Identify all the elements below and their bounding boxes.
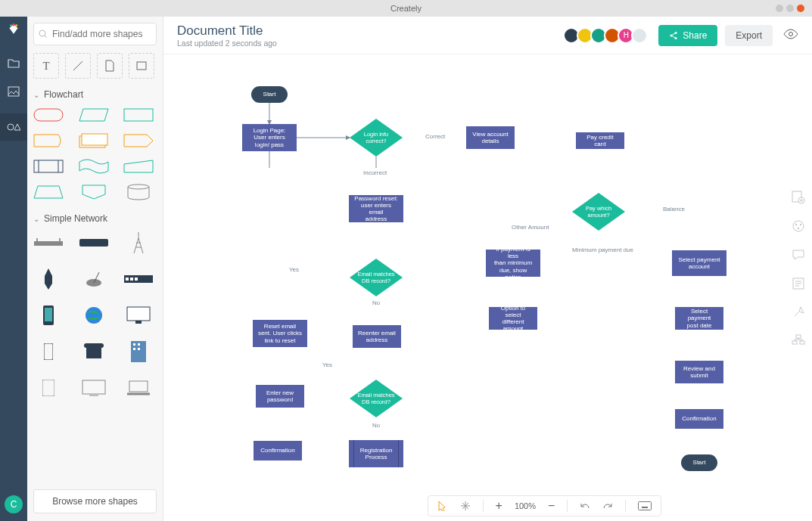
image-icon[interactable] <box>7 85 20 98</box>
node-login[interactable]: Login Page: User enters login/ pass <box>242 124 297 151</box>
folder-icon[interactable] <box>7 56 20 70</box>
preview-icon[interactable] <box>783 29 798 42</box>
svg-rect-32 <box>44 343 53 360</box>
comments-panel-icon[interactable] <box>792 248 805 262</box>
svg-rect-17 <box>34 241 63 246</box>
share-button[interactable]: Share <box>658 25 717 46</box>
flowchart-section-title[interactable]: ⌄ Flowchart <box>33 89 157 100</box>
user-avatar[interactable]: C <box>5 495 23 513</box>
svg-rect-12 <box>82 134 107 145</box>
shape-trapezoid[interactable] <box>33 185 64 200</box>
redo-icon[interactable] <box>602 501 613 511</box>
simplenet-section-title[interactable]: ⌄ Simple Network <box>33 213 157 224</box>
node-end[interactable]: Start <box>681 454 717 471</box>
shape-rect[interactable] <box>123 107 154 122</box>
node-confirmation2[interactable]: Confirmation <box>675 409 723 429</box>
shape-phone[interactable] <box>33 304 64 327</box>
right-rail <box>785 54 812 521</box>
undo-icon[interactable] <box>580 501 590 511</box>
svg-point-4 <box>8 124 14 130</box>
node-review[interactable]: Review and submit <box>675 361 723 383</box>
shape-laptop[interactable] <box>123 377 154 399</box>
node-start[interactable]: Start <box>251 86 288 103</box>
shape-manual[interactable] <box>123 159 154 174</box>
node-select-acct[interactable]: Select payment account <box>672 250 726 276</box>
search-shapes-input[interactable] <box>33 23 157 45</box>
node-pay-card[interactable]: Pay credit card <box>576 132 624 149</box>
theme-panel-icon[interactable] <box>792 219 805 233</box>
page-tool[interactable] <box>97 53 123 79</box>
svg-rect-48 <box>639 502 652 510</box>
node-registration[interactable]: Registration Process <box>349 440 403 467</box>
line-tool[interactable] <box>65 53 91 79</box>
node-minimum-notice[interactable]: If payment is less than minimum due, sho… <box>486 250 540 277</box>
shape-offpage[interactable] <box>79 185 109 200</box>
shape-library-panel: T ⌄ Flowchart ⌄ Simple Network <box>27 17 163 521</box>
app-title: Creately <box>390 4 422 13</box>
shape-cylinder[interactable] <box>123 185 154 200</box>
node-login-correct[interactable]: Login info correct? <box>350 119 403 157</box>
svg-rect-3 <box>8 87 19 96</box>
zoom-level[interactable]: 100% <box>515 501 536 510</box>
browse-more-shapes-button[interactable]: Browse more shapes <box>33 489 157 513</box>
zoom-out-icon[interactable]: − <box>548 499 555 513</box>
shape-monitor[interactable] <box>123 304 154 327</box>
avatar[interactable] <box>631 27 648 44</box>
node-select-date[interactable]: Select payment post date <box>675 307 723 330</box>
shape-satellite[interactable] <box>79 268 109 290</box>
window-controls[interactable] <box>776 5 804 12</box>
pan-tool-icon[interactable] <box>460 501 471 511</box>
diagram-canvas[interactable]: Start Login Page: User enters login/ pas… <box>163 54 785 521</box>
node-confirmation1[interactable]: Confirmation <box>254 441 302 461</box>
last-updated-text: Last updated 2 seconds ago <box>177 39 277 48</box>
node-password-reset[interactable]: Password reset: user enters email addres… <box>349 195 403 222</box>
node-pay-which[interactable]: Pay which amount? <box>572 193 625 231</box>
history-panel-icon[interactable] <box>792 305 805 319</box>
svg-rect-65 <box>792 341 797 344</box>
node-reset-sent[interactable]: Reset email sent. User clicks link to re… <box>253 320 307 347</box>
shape-mobile[interactable] <box>33 340 64 363</box>
shape-deskphone[interactable] <box>79 340 109 363</box>
shape-terminator[interactable] <box>33 107 64 122</box>
node-select-diff[interactable]: Option to select different amount <box>489 307 537 330</box>
node-reenter-email[interactable]: Reenter email address <box>353 325 401 348</box>
shape-rack[interactable] <box>33 231 64 254</box>
search-shapes-field[interactable] <box>52 29 163 39</box>
shape-rocket[interactable] <box>33 268 64 290</box>
shape-parallelogram[interactable] <box>79 107 109 122</box>
layers-panel-icon[interactable] <box>792 334 805 348</box>
keyboard-icon[interactable] <box>638 501 652 510</box>
shape-wave[interactable] <box>79 159 109 174</box>
shape-switch[interactable] <box>123 268 154 290</box>
notes-panel-icon[interactable] <box>792 277 805 290</box>
text-tool[interactable]: T <box>33 53 59 79</box>
creately-logo-icon[interactable] <box>5 23 22 41</box>
svg-point-55 <box>793 221 804 231</box>
shape-display[interactable] <box>33 133 64 148</box>
export-button[interactable]: Export <box>725 25 773 46</box>
pointer-tool-icon[interactable] <box>437 501 448 511</box>
shapes-panel-icon[interactable] <box>0 113 27 141</box>
node-email-match1[interactable]: Email matches DB record? <box>350 259 403 296</box>
shape-tag[interactable] <box>123 133 154 148</box>
collaborator-avatars[interactable]: H <box>566 27 648 44</box>
shape-building[interactable] <box>123 340 154 363</box>
node-email-match2[interactable]: Email matches DB record? <box>350 380 403 417</box>
shape-predefined[interactable] <box>33 159 64 174</box>
rect-tool[interactable] <box>129 53 154 79</box>
shape-tablet[interactable] <box>33 377 64 399</box>
header-bar: Document Title Last updated 2 seconds ag… <box>163 17 812 54</box>
node-view-account[interactable]: View account details <box>466 126 515 149</box>
node-enter-new-pwd[interactable]: Enter new password <box>256 385 304 408</box>
shape-router[interactable] <box>79 231 109 254</box>
document-title[interactable]: Document Title <box>177 23 277 39</box>
shape-desktop[interactable] <box>79 377 109 399</box>
label-no1: No <box>372 299 380 306</box>
shape-globe[interactable] <box>79 304 109 327</box>
shape-tower[interactable] <box>123 231 154 254</box>
zoom-in-icon[interactable]: + <box>496 499 502 513</box>
shape-stack[interactable] <box>79 133 109 148</box>
label-yes1: Yes <box>289 266 299 273</box>
svg-rect-9 <box>34 109 63 121</box>
settings-panel-icon[interactable] <box>792 191 805 204</box>
